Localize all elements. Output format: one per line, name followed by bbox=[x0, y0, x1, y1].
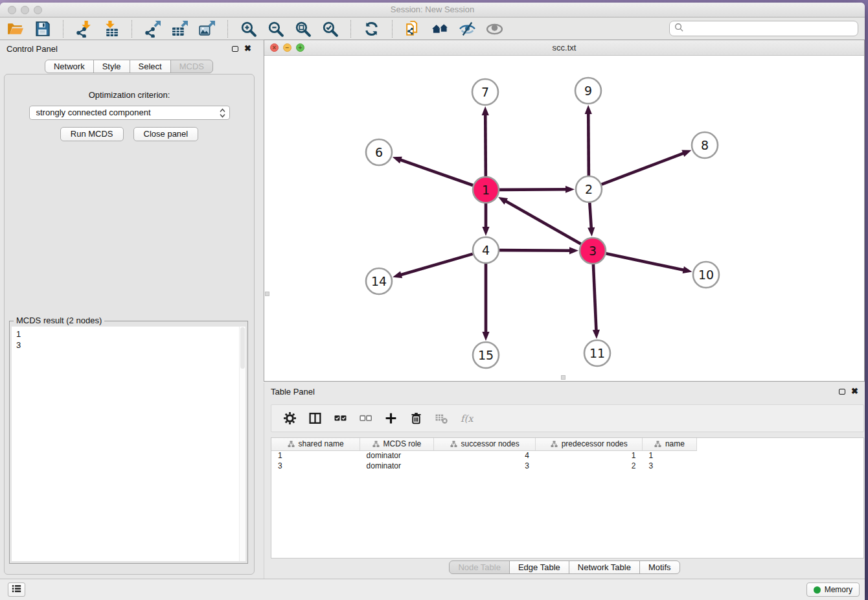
edge-3-10[interactable] bbox=[606, 253, 685, 270]
node-label-11: 11 bbox=[589, 346, 605, 360]
cell-name[interactable]: 3 bbox=[643, 461, 697, 471]
cell-mcds-role[interactable]: dominator bbox=[360, 450, 434, 461]
cell-shared-name[interactable]: 3 bbox=[271, 461, 360, 471]
table-panel-tabs: Node TableEdge TableNetwork TableMotifs bbox=[264, 560, 865, 574]
node-label-3: 3 bbox=[589, 244, 597, 258]
table-row[interactable]: 1dominator411 bbox=[271, 450, 863, 461]
zoom-selected-icon[interactable] bbox=[321, 20, 339, 38]
node-label-6: 6 bbox=[375, 145, 383, 159]
node-label-4: 4 bbox=[482, 243, 490, 257]
table-panel: Table Panel ✖ f(x) shared nameMCDS roles… bbox=[264, 383, 865, 579]
edge-4-3[interactable] bbox=[499, 250, 571, 251]
save-session-icon[interactable] bbox=[34, 20, 51, 38]
edge-2-8[interactable] bbox=[602, 153, 685, 184]
refresh-icon[interactable] bbox=[363, 20, 380, 38]
mcds-result-list[interactable]: 13 bbox=[12, 327, 246, 561]
edge-2-9[interactable] bbox=[588, 113, 589, 176]
tab-select[interactable]: Select bbox=[130, 60, 171, 73]
network-canvas[interactable]: 7968124314101511 bbox=[264, 56, 864, 381]
first-neighbors-icon[interactable] bbox=[431, 20, 449, 38]
edge-2-3[interactable] bbox=[589, 203, 591, 229]
float-table-panel-icon[interactable] bbox=[839, 389, 845, 395]
network-close-icon[interactable]: × bbox=[270, 43, 279, 52]
cell-predecessor-nodes[interactable]: 1 bbox=[536, 450, 643, 461]
status-bar: Memory bbox=[0, 579, 865, 600]
close-table-panel-icon[interactable]: ✖ bbox=[851, 388, 858, 395]
cell-name[interactable]: 1 bbox=[643, 450, 697, 461]
edge-3-1[interactable] bbox=[505, 201, 581, 244]
copy-network-icon[interactable] bbox=[404, 20, 422, 38]
edge-arrow-icon bbox=[593, 330, 600, 339]
tab-motifs[interactable]: Motifs bbox=[639, 560, 680, 574]
control-panel: Control Panel ✖ NetworkStyleSelectMCDS O… bbox=[0, 40, 258, 579]
cell-successor-nodes[interactable]: 3 bbox=[433, 461, 536, 471]
add-entry-icon[interactable] bbox=[384, 411, 398, 425]
edge-4-14[interactable] bbox=[400, 254, 473, 275]
export-network-icon[interactable] bbox=[144, 20, 161, 38]
edge-1-6[interactable] bbox=[400, 159, 473, 185]
memory-button[interactable]: Memory bbox=[806, 583, 860, 597]
edge-1-7[interactable] bbox=[485, 114, 486, 176]
edge-1-2[interactable] bbox=[499, 189, 567, 190]
export-table-icon[interactable] bbox=[171, 20, 188, 38]
network-zoom-icon[interactable]: + bbox=[296, 43, 304, 52]
show-all-icon[interactable] bbox=[486, 20, 503, 38]
column-header-name[interactable]: name bbox=[643, 438, 697, 450]
splitter-grip-left[interactable] bbox=[265, 292, 269, 296]
minimize-window-icon[interactable] bbox=[21, 6, 29, 14]
zoom-fit-icon[interactable] bbox=[294, 20, 312, 38]
node-label-2: 2 bbox=[585, 182, 593, 196]
zoom-window-icon[interactable] bbox=[34, 6, 42, 14]
zoom-out-icon[interactable] bbox=[267, 20, 284, 38]
cell-predecessor-nodes[interactable]: 2 bbox=[536, 461, 643, 471]
cell-shared-name[interactable]: 1 bbox=[271, 450, 360, 461]
import-network-icon[interactable] bbox=[75, 20, 93, 38]
control-panel-header: Control Panel ✖ bbox=[0, 40, 258, 57]
zoom-in-icon[interactable] bbox=[240, 20, 257, 38]
splitter-grip-bottom[interactable] bbox=[561, 375, 565, 380]
search-input[interactable] bbox=[687, 24, 853, 34]
edge-3-11[interactable] bbox=[593, 264, 597, 331]
tab-mcds[interactable]: MCDS bbox=[170, 60, 213, 73]
edge-arrow-icon bbox=[482, 332, 489, 341]
tab-network-table[interactable]: Network Table bbox=[569, 560, 640, 574]
tab-network[interactable]: Network bbox=[45, 60, 94, 73]
tab-edge-table[interactable]: Edge Table bbox=[509, 560, 569, 574]
close-panel-icon[interactable]: ✖ bbox=[244, 45, 251, 52]
column-header-shared-name[interactable]: shared name bbox=[271, 438, 360, 450]
cell-successor-nodes[interactable]: 4 bbox=[433, 450, 536, 461]
column-header-mcds-role[interactable]: MCDS role bbox=[360, 438, 434, 450]
column-header-successor-nodes[interactable]: successor nodes bbox=[433, 438, 536, 450]
float-panel-icon[interactable] bbox=[232, 46, 238, 52]
column-header-predecessor-nodes[interactable]: predecessor nodes bbox=[536, 438, 643, 450]
import-table-icon[interactable] bbox=[102, 20, 120, 38]
network-graph[interactable]: 7968124314101511 bbox=[264, 56, 864, 381]
close-window-icon[interactable] bbox=[8, 6, 16, 14]
tab-node-table[interactable]: Node Table bbox=[449, 560, 510, 574]
result-scrollbar[interactable] bbox=[239, 327, 246, 561]
optimization-criterion-select[interactable]: strongly connected component bbox=[29, 106, 230, 120]
select-stepper-icon bbox=[219, 108, 226, 119]
delete-entry-icon[interactable] bbox=[409, 411, 423, 425]
table-toolbar: f(x) bbox=[271, 404, 864, 432]
network-minimize-icon[interactable]: − bbox=[283, 43, 291, 52]
search-box[interactable] bbox=[669, 21, 858, 36]
split-panel-icon[interactable] bbox=[308, 411, 322, 425]
hide-selected-icon[interactable] bbox=[459, 20, 476, 38]
search-icon bbox=[674, 23, 684, 35]
table-settings-icon[interactable] bbox=[283, 411, 297, 425]
edge-arrow-icon bbox=[585, 105, 592, 114]
table-row[interactable]: 3dominator323 bbox=[271, 461, 863, 471]
cell-mcds-role[interactable]: dominator bbox=[360, 461, 434, 471]
node-table[interactable]: shared nameMCDS rolesuccessor nodesprede… bbox=[271, 437, 864, 559]
svg-text:f(x): f(x) bbox=[461, 413, 474, 424]
close-panel-button[interactable]: Close panel bbox=[133, 127, 199, 141]
tab-style[interactable]: Style bbox=[93, 60, 130, 73]
deselect-all-icon[interactable] bbox=[359, 411, 372, 425]
run-mcds-button[interactable]: Run MCDS bbox=[60, 127, 124, 141]
select-all-icon[interactable] bbox=[334, 411, 347, 425]
task-history-button[interactable] bbox=[8, 583, 25, 597]
export-image-icon[interactable] bbox=[198, 20, 216, 38]
window-controls[interactable] bbox=[8, 6, 42, 14]
open-session-icon[interactable] bbox=[6, 20, 24, 38]
